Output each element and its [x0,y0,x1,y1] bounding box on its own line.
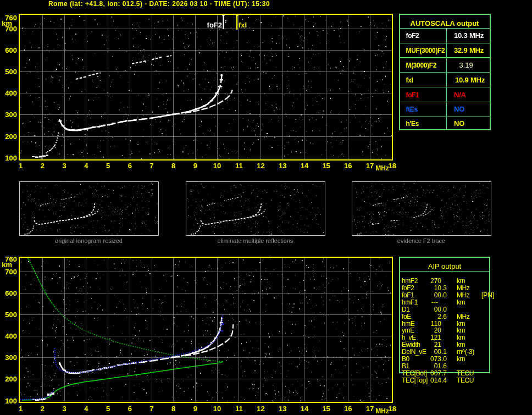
svg-text:TECU: TECU [457,377,474,384]
svg-text:3: 3 [63,405,66,413]
svg-text:16: 16 [344,162,352,170]
svg-text:original ionogram resized: original ionogram resized [55,237,123,244]
svg-text:h_vE: h_vE [402,334,416,341]
svg-text:7: 7 [149,405,153,413]
svg-text:10: 10 [213,405,221,413]
svg-text:18: 18 [389,405,396,413]
svg-text:700: 700 [5,268,17,276]
svg-text:M(3000)F2: M(3000)F2 [406,62,437,69]
svg-text:13: 13 [279,405,286,413]
svg-text:10.3 MHz: 10.3 MHz [454,31,484,40]
svg-text:N/A: N/A [454,91,467,99]
svg-text:km: km [457,298,465,306]
svg-text:.7: .7 [441,369,447,377]
svg-text:km: km [457,341,465,348]
svg-text:6: 6 [128,162,132,170]
svg-text:hmF2: hmF2 [402,277,418,285]
svg-text:400: 400 [5,89,17,97]
svg-text:fxI: fxI [406,76,413,84]
svg-text:NO: NO [454,105,464,113]
svg-text:007: 007 [430,369,441,377]
svg-text:foF1: foF1 [402,291,414,299]
svg-text:5: 5 [106,405,110,413]
svg-text:100: 100 [5,397,17,405]
svg-text:2: 2 [41,405,45,413]
svg-text:1: 1 [19,162,23,170]
svg-text:m^(-3): m^(-3) [457,348,474,356]
svg-text:6: 6 [128,405,132,413]
svg-text:5: 5 [106,162,110,170]
svg-text:---: --- [431,298,438,306]
svg-text:km: km [457,327,465,334]
svg-text:ymE: ymE [402,327,414,334]
svg-text:14: 14 [301,405,309,413]
svg-text:21: 21 [434,341,442,348]
svg-text:18: 18 [389,162,396,170]
svg-text:11: 11 [235,405,243,413]
svg-text:3: 3 [63,162,66,170]
svg-text:h'Es: h'Es [406,120,419,128]
svg-text:300: 300 [5,353,17,362]
svg-text:11: 11 [235,162,243,170]
svg-text:8: 8 [171,162,175,170]
svg-text:.4: .4 [441,377,447,384]
svg-text:10: 10 [213,162,221,170]
svg-text:2: 2 [41,162,45,170]
svg-text:15: 15 [322,405,330,413]
svg-text:32.9 MHz: 32.9 MHz [454,46,484,54]
svg-text:.1: .1 [441,348,447,356]
svg-text:NO: NO [454,119,464,128]
svg-text:073: 073 [430,355,441,363]
svg-text:MHz: MHz [457,313,470,320]
svg-text:4: 4 [84,405,88,413]
svg-text:014: 014 [430,377,441,384]
svg-text:100: 100 [5,154,17,162]
svg-text:foF2: foF2 [402,284,414,292]
svg-text:200: 200 [5,375,17,383]
svg-text:DelN_vE: DelN_vE [402,348,426,356]
svg-text:17: 17 [366,405,374,413]
svg-text:D1: D1 [402,306,410,313]
svg-text:foF2: foF2 [207,21,222,29]
svg-text:MHz: MHz [457,284,470,292]
svg-text:121: 121 [430,334,441,341]
svg-text:00: 00 [434,348,442,356]
svg-text:16: 16 [344,405,352,413]
svg-text:00: 00 [434,291,442,299]
svg-text:500: 500 [5,68,17,76]
svg-text:110: 110 [431,320,441,328]
svg-text:MHz: MHz [375,164,389,172]
svg-text:10.9 MHz: 10.9 MHz [455,76,485,84]
svg-text:10: 10 [434,284,442,292]
svg-text:evidence F2 trace: evidence F2 trace [397,237,445,244]
svg-text:B1: B1 [402,362,410,370]
svg-text:8: 8 [171,405,175,413]
svg-text:MHz: MHz [375,407,389,415]
svg-text:.0: .0 [441,291,447,299]
svg-text:.0: .0 [441,355,447,363]
svg-text:foF1: foF1 [406,91,420,99]
svg-text:km: km [457,277,465,285]
svg-text:1: 1 [19,405,23,413]
svg-text:200: 200 [5,132,17,141]
svg-text:9: 9 [193,405,197,413]
svg-text:600: 600 [5,46,17,54]
svg-text:km: km [457,334,465,341]
svg-text:ftEs: ftEs [406,106,418,113]
svg-text:.3: .3 [441,284,447,292]
svg-text:4: 4 [84,162,88,170]
svg-text:TEC[Top]: TEC[Top] [402,377,428,384]
svg-text:.6: .6 [441,313,447,320]
svg-text:MUF(3000)F2: MUF(3000)F2 [406,47,446,54]
svg-text:hmE: hmE [402,320,415,328]
svg-text:TECU: TECU [457,369,474,377]
svg-text:7: 7 [149,162,153,170]
svg-text:B0: B0 [402,355,410,363]
svg-text:TEC[Bot]: TEC[Bot] [402,369,427,377]
svg-text:9: 9 [193,162,197,170]
svg-text:km: km [2,19,12,27]
svg-text:foF2: foF2 [406,32,420,40]
svg-text:14: 14 [301,162,309,170]
svg-text:01: 01 [434,362,442,370]
svg-text:270: 270 [430,277,441,285]
